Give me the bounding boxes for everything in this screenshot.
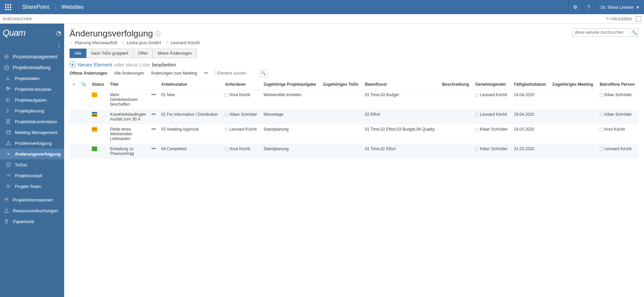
- settings-button[interactable]: ⚙: [568, 0, 582, 14]
- svg-rect-6: [6, 98, 7, 99]
- tab-meine[interactable]: Meine Änderungen: [153, 49, 197, 58]
- sidebar-item-planung[interactable]: Projektplanung: [0, 105, 64, 116]
- sidebar-item-todos[interactable]: ToDos: [0, 159, 64, 170]
- gear-icon: ⚙: [573, 4, 578, 10]
- logo[interactable]: Quam: [3, 28, 25, 38]
- tab-alle[interactable]: Alle: [70, 49, 86, 58]
- tab-offen[interactable]: Offen: [133, 49, 153, 58]
- col-attach[interactable]: 📎: [78, 79, 89, 90]
- sidebar-item-cockpit[interactable]: Projektcockpit: [0, 170, 64, 181]
- sidebar-item-label: Projektdokumentation: [15, 119, 57, 124]
- col-titel[interactable]: Titel: [107, 79, 149, 90]
- add-item-button[interactable]: +: [70, 61, 76, 68]
- col-meeting[interactable]: Zugehöriges Meeting: [549, 79, 597, 90]
- brand-label[interactable]: SharePoint: [16, 0, 55, 14]
- search-icon[interactable]: 🔍: [630, 30, 638, 35]
- table-row[interactable]: Einladung zu Praxisvortrag•••04 Complete…: [70, 144, 639, 159]
- help-button[interactable]: ?: [582, 0, 595, 14]
- col-anforderer[interactable]: Anforderer: [222, 79, 261, 90]
- sidebar-item-aenderung[interactable]: Änderungsverfolgung: [0, 148, 64, 159]
- table-row[interactable]: Pleite eines Werbemittel-Lieferanten•••0…: [70, 124, 639, 144]
- row-menu-button[interactable]: •••: [149, 124, 159, 144]
- search-icon[interactable]: 🔍: [259, 71, 267, 76]
- cell-faelligkeit: 29.04.2020: [511, 109, 550, 124]
- sidebar-item-strukturplan[interactable]: Projektstrukturplan: [0, 84, 64, 94]
- sidebar-item-ressourcen[interactable]: Ressourcenbuchungen: [0, 205, 64, 216]
- table-row[interactable]: Mehr Getränkedosen beschaffen•••01 NewKn…: [70, 90, 639, 110]
- filter-row: Offene Änderungen Alle Änderungen Änderu…: [70, 70, 639, 77]
- sidebar-item-dokumentation[interactable]: Projektdokumentation: [0, 116, 64, 127]
- info-icon[interactable]: i: [155, 31, 160, 36]
- resource-icon: [3, 208, 9, 214]
- site-search-input[interactable]: [573, 29, 630, 36]
- col-betroffen[interactable]: Betroffene Person: [597, 79, 639, 90]
- col-arbeit[interactable]: Arbeitsstatus: [158, 79, 222, 90]
- gauge-icon: [5, 172, 11, 179]
- sidebar-item-meeting[interactable]: Meeting Management: [0, 127, 64, 138]
- sidebar-item-process[interactable]: Prozessmanagement: [0, 51, 64, 62]
- sidebar-item-project-admin[interactable]: Projektverwaltung: [0, 62, 64, 73]
- col-check[interactable]: ✓: [70, 79, 78, 90]
- more-filters-icon[interactable]: •••: [204, 71, 208, 76]
- filter-offene[interactable]: Offene Änderungen: [70, 71, 107, 76]
- new-item-link[interactable]: Neues Element: [78, 62, 112, 68]
- app-launcher-button[interactable]: [0, 0, 16, 14]
- warning-icon: [5, 140, 11, 146]
- collapse-sidebar-icon[interactable]: 〈: [54, 42, 61, 49]
- filter-meeting[interactable]: Änderungen zum Meeting: [151, 71, 197, 76]
- cell-beeinflusst: 01 Time,02 Effort,03 Budget,04 Quality: [362, 124, 439, 144]
- cell-anforderer: Leonard Köchli: [222, 124, 261, 144]
- cell-titel: Pleite eines Werbemittel-Lieferanten: [107, 124, 149, 144]
- col-beeinflusst[interactable]: Beeinflusst: [362, 79, 439, 90]
- sidebar-item-info[interactable]: Projektinformationen: [0, 194, 64, 205]
- sidebar: Quam ◔ 〈 Prozessmanagement Projektverwal…: [0, 24, 64, 297]
- filter-alle[interactable]: Alle Änderungen: [114, 71, 144, 76]
- sidebar-item-problem[interactable]: Problemverfolgung: [0, 138, 64, 148]
- col-todo[interactable]: Zugehöriges ToDo: [320, 79, 362, 90]
- section-label[interactable]: Websites: [55, 0, 90, 14]
- focus-content-button[interactable]: [636, 16, 641, 22]
- list-search[interactable]: 🔍: [215, 70, 268, 77]
- team-icon: [5, 183, 11, 189]
- sidebar-item-papierkorb[interactable]: Papierkorb: [0, 216, 64, 227]
- crumb-item[interactable]: Planung Messeauftritt: [70, 40, 117, 45]
- col-faelligkeit[interactable]: Fälligkeitsdatum: [511, 79, 550, 90]
- list-search-input[interactable]: [215, 70, 259, 77]
- cell-aufgabe: Werbemittel erstellen: [261, 90, 320, 110]
- svg-rect-7: [6, 100, 7, 101]
- share-button[interactable]: ↻ FREIGEBEN: [606, 17, 632, 21]
- sidebar-item-aufgaben[interactable]: Projektaufgaben: [0, 94, 64, 105]
- page-title: Änderungsverfolgung: [70, 28, 153, 39]
- sidebar-item-label: Projektdaten: [15, 76, 39, 81]
- crumb-item[interactable]: Lintra plus GmbH: [122, 40, 161, 45]
- row-menu-button[interactable]: •••: [149, 109, 159, 124]
- cell-genehmigender: Leonard Köchli: [473, 90, 511, 110]
- top-bar: SharePoint Websites ⚙ ? Dr. Silvia Lindn…: [0, 0, 644, 14]
- sidebar-item-label: Projektplanung: [15, 108, 44, 113]
- tab-todo-grouped[interactable]: Nach ToDo gruppiert: [86, 49, 133, 58]
- edit-list-link[interactable]: bearbeiten: [152, 62, 176, 68]
- cell-arbeit: 02 For Information / Distribution: [158, 109, 222, 124]
- site-search[interactable]: 🔍: [572, 28, 639, 36]
- col-beschreibung[interactable]: Beschreibung: [439, 79, 473, 90]
- help-icon: ?: [587, 4, 590, 10]
- col-status[interactable]: Status: [89, 79, 107, 90]
- row-menu-button[interactable]: •••: [149, 144, 159, 159]
- gantt-icon: [5, 108, 11, 114]
- share-label: FREIGEBEN: [610, 17, 632, 21]
- svg-point-12: [9, 185, 10, 186]
- sidebar-item-projektdaten[interactable]: Projektdaten: [0, 73, 64, 84]
- user-menu[interactable]: Dr. Silvia Lindner ▾: [595, 0, 644, 14]
- row-menu-button[interactable]: •••: [149, 90, 159, 110]
- crumb-item[interactable]: Leonard Köchli: [165, 40, 200, 45]
- ribbon-browse-tab[interactable]: DURCHSUCHEN: [3, 17, 32, 21]
- table-row[interactable]: Krankheitsbedingter Ausfall zum 30.4.•••…: [70, 109, 639, 124]
- cell-betroffen: Leonard Köchli: [597, 144, 639, 159]
- new-item-mid: oder diese Liste: [114, 62, 150, 68]
- sidebar-item-team[interactable]: Projekt-Team: [0, 181, 64, 192]
- svg-point-1: [6, 56, 7, 57]
- col-genehmigender[interactable]: Genehmigender: [473, 79, 511, 90]
- check-icon: [5, 162, 11, 168]
- col-aufgabe[interactable]: Zugehörige Projektaufgabe: [261, 79, 320, 90]
- cell-betroffen: Knut Köchli: [597, 124, 639, 144]
